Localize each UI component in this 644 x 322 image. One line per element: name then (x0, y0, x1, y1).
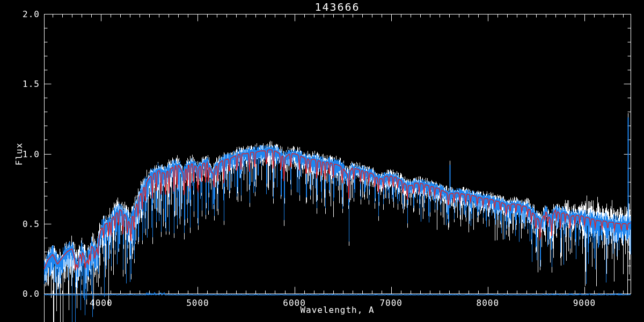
x-tick-label: 9000 (568, 298, 601, 308)
plot-title: 143666 (44, 1, 631, 13)
y-tick-label: 1.5 (0, 79, 40, 89)
x-tick-label: 5000 (181, 298, 214, 308)
y-tick-label: 0.0 (0, 289, 40, 299)
spectrum-plot: 143666 Wavelength, A Flux 40005000600070… (0, 0, 644, 322)
x-axis-label: Wavelength, A (44, 305, 631, 315)
x-tick-label: 8000 (472, 298, 504, 308)
x-tick-label: 6000 (279, 298, 311, 308)
spectrum-canvas (0, 0, 644, 322)
x-tick-label: 4000 (85, 298, 117, 308)
y-tick-label: 1.0 (0, 149, 40, 159)
x-tick-label: 7000 (375, 298, 407, 308)
y-tick-label: 0.5 (0, 219, 40, 229)
y-tick-label: 2.0 (0, 9, 40, 19)
